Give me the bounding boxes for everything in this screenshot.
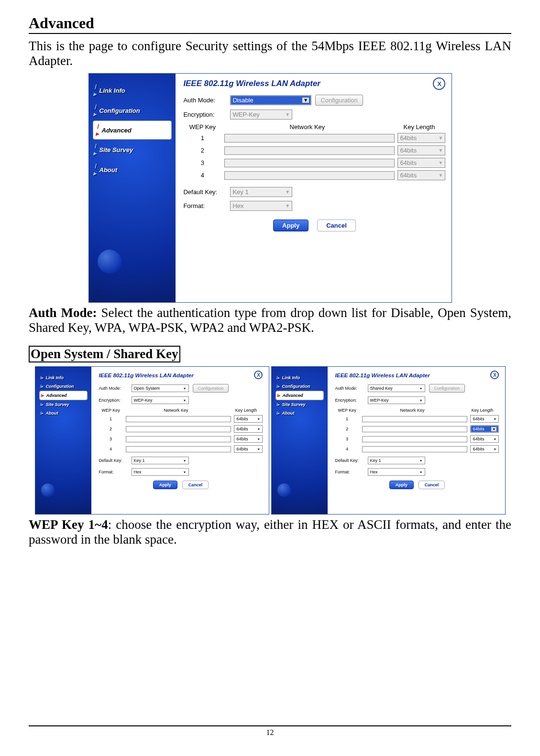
cancel-button[interactable]: Cancel xyxy=(182,481,209,489)
format-select[interactable]: Hex▼ xyxy=(132,468,189,476)
close-button[interactable]: X xyxy=(254,371,263,379)
default-key-value: Key 1 xyxy=(134,458,145,463)
default-key-select[interactable]: Key 1▼ xyxy=(132,457,189,464)
chevron-down-icon: ▼ xyxy=(183,459,186,463)
wep-index: 3 xyxy=(183,159,221,166)
key-length-select[interactable]: 64bits▼ xyxy=(234,435,263,443)
default-key-select[interactable]: Key 1▼ xyxy=(368,457,425,464)
sidebar-item-configuration[interactable]: ⁞▸Configuration xyxy=(93,100,172,121)
chevron-down-icon: ▼ xyxy=(438,135,443,141)
network-key-input[interactable] xyxy=(126,436,231,442)
sidebar-item-about[interactable]: ⁞▸About xyxy=(93,160,172,180)
key-length-value: 64bits xyxy=(236,447,248,451)
key-length-value: 64bits xyxy=(473,416,484,421)
bullet-icon: ⁞▸ xyxy=(93,163,98,177)
chevron-down-icon: ▼ xyxy=(257,417,260,421)
wep-index: 2 xyxy=(183,147,221,154)
auth-mode-select[interactable]: Open System▼ xyxy=(132,384,189,392)
format-select[interactable]: Hex▼ xyxy=(230,201,292,211)
format-value: Hex xyxy=(370,470,378,474)
sidebar-item-about[interactable]: ⁞▸About xyxy=(39,409,88,417)
close-button[interactable]: X xyxy=(433,77,445,90)
sidebar-item-advanced[interactable]: ⁞▸Advanced xyxy=(39,391,88,400)
network-key-input[interactable] xyxy=(362,446,468,452)
col-key-length: Key Length xyxy=(229,408,263,413)
bullet-icon: ⁞▸ xyxy=(276,393,281,398)
chevron-down-icon: ▼ xyxy=(285,203,290,208)
key-length-select[interactable]: 64bits▼ xyxy=(397,133,445,143)
format-label: Format: xyxy=(335,470,364,474)
network-key-input[interactable] xyxy=(224,159,395,167)
encryption-select[interactable]: WEP-Key▼ xyxy=(230,110,292,120)
key-length-value: 64bits xyxy=(473,447,484,451)
format-select[interactable]: Hex▼ xyxy=(368,468,425,476)
key-length-select[interactable]: 64bits▼ xyxy=(397,170,445,180)
chevron-down-icon: ▼ xyxy=(438,148,443,153)
sidebar-item-link-info[interactable]: ⁞▸Link Info xyxy=(39,373,88,382)
auth-mode-value: Open System xyxy=(134,386,160,391)
bullet-icon: ⁞▸ xyxy=(93,83,98,98)
chevron-down-icon: ▼ xyxy=(257,437,260,441)
key-length-select[interactable]: 64bits▼ xyxy=(470,445,499,453)
key-length-value: 64bits xyxy=(400,134,417,142)
network-key-input[interactable] xyxy=(362,436,468,442)
key-length-select[interactable]: 64bits▼ xyxy=(470,425,499,433)
encryption-select[interactable]: WEP-Key▼ xyxy=(132,396,189,404)
network-key-input[interactable] xyxy=(224,171,395,180)
sidebar-item-site-survey[interactable]: ⁞▸Site Survey xyxy=(39,400,88,409)
key-length-select[interactable]: 64bits▼ xyxy=(470,415,499,423)
configuration-button[interactable]: Configuration xyxy=(315,95,363,106)
network-key-input[interactable] xyxy=(126,426,231,432)
subsection-heading: Open System / Shared Key xyxy=(29,346,180,362)
wep-row: 264bits▼ xyxy=(183,145,445,155)
cancel-button[interactable]: Cancel xyxy=(317,219,356,231)
chevron-down-icon: ▼ xyxy=(419,386,422,391)
sidebar-item-link-info[interactable]: ⁞▸Link Info xyxy=(276,373,324,382)
sidebar-item-configuration[interactable]: ⁞▸Configuration xyxy=(39,382,88,391)
network-key-input[interactable] xyxy=(362,416,468,422)
key-length-select[interactable]: 64bits▼ xyxy=(234,425,263,433)
apply-button[interactable]: Apply xyxy=(273,219,309,231)
sidebar-item-label: About xyxy=(99,166,118,174)
configuration-button[interactable]: Configuration xyxy=(429,384,465,393)
auth-mode-select[interactable]: Shared Key▼ xyxy=(368,384,425,392)
default-key-label: Default Key: xyxy=(99,458,128,463)
bullet-icon: ⁞▸ xyxy=(276,411,280,416)
encryption-select[interactable]: WEP-Key▼ xyxy=(368,396,425,404)
sidebar-item-advanced[interactable]: ⁞▸Advanced xyxy=(93,121,172,140)
bullet-icon: ⁞▸ xyxy=(40,393,44,398)
default-key-value: Key 1 xyxy=(232,188,248,196)
sidebar-item-label: Site Survey xyxy=(282,402,306,407)
key-length-select[interactable]: 64bits▼ xyxy=(234,415,263,423)
key-length-select[interactable]: 64bits▼ xyxy=(470,435,499,443)
key-length-value: 64bits xyxy=(236,416,248,421)
sidebar-item-link-info[interactable]: ⁞▸Link Info xyxy=(93,80,172,100)
encryption-label: Encryption: xyxy=(183,111,226,118)
sidebar-item-advanced[interactable]: ⁞▸Advanced xyxy=(276,391,324,400)
format-value: Hex xyxy=(134,470,142,474)
sidebar-item-label: Site Survey xyxy=(46,402,69,407)
default-key-select[interactable]: Key 1▼ xyxy=(230,187,292,197)
key-length-value: 64bits xyxy=(236,427,248,431)
key-length-select[interactable]: 64bits▼ xyxy=(234,445,263,453)
close-button[interactable]: X xyxy=(490,371,499,379)
page-number: 12 xyxy=(266,728,274,736)
apply-button[interactable]: Apply xyxy=(389,481,414,489)
sidebar-item-site-survey[interactable]: ⁞▸Site Survey xyxy=(276,400,324,409)
auth-mode-select[interactable]: Disable▼ xyxy=(230,95,311,105)
network-key-input[interactable] xyxy=(224,134,395,142)
sidebar-item-configuration[interactable]: ⁞▸Configuration xyxy=(276,382,324,391)
key-length-select[interactable]: 64bits▼ xyxy=(397,158,445,168)
network-key-input[interactable] xyxy=(362,426,468,432)
key-length-select[interactable]: 64bits▼ xyxy=(397,145,445,155)
cancel-button[interactable]: Cancel xyxy=(419,481,445,489)
network-key-input[interactable] xyxy=(126,446,231,452)
col-key-length: Key Length xyxy=(465,408,499,413)
sidebar-item-about[interactable]: ⁞▸About xyxy=(276,409,324,417)
wep-row: 364bits▼ xyxy=(335,435,499,443)
apply-button[interactable]: Apply xyxy=(153,481,177,489)
configuration-button[interactable]: Configuration xyxy=(193,384,229,393)
network-key-input[interactable] xyxy=(224,146,395,155)
sidebar-item-site-survey[interactable]: ⁞▸Site Survey xyxy=(93,140,172,160)
network-key-input[interactable] xyxy=(126,416,231,422)
